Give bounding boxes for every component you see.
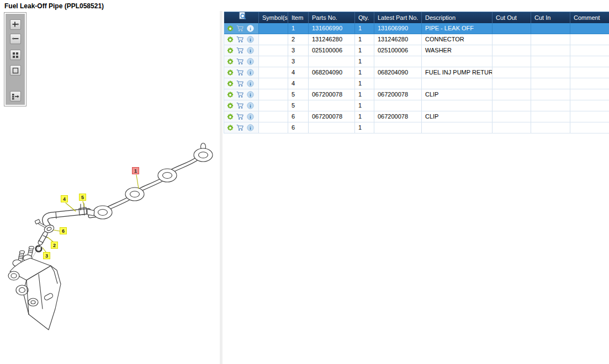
header-cut-in[interactable]: Cut In <box>531 12 570 23</box>
description-cell <box>421 78 492 89</box>
callout-item-5[interactable]: 5 <box>79 194 86 201</box>
gear-icon[interactable] <box>226 91 234 99</box>
symbols-cell <box>258 67 288 78</box>
info-icon[interactable]: i <box>246 113 254 121</box>
info-icon[interactable]: i <box>246 80 254 88</box>
cart-icon[interactable] <box>236 80 244 88</box>
row-actions: i <box>224 23 258 34</box>
header-symbols[interactable]: Symbol(s) <box>258 12 288 23</box>
cut-in-cell <box>531 67 570 78</box>
page-magnifier-icon[interactable] <box>238 12 247 23</box>
diagram-pane: 1 4 5 6 2 3 <box>0 11 220 364</box>
row-actions: i <box>224 89 258 100</box>
comment-cell <box>570 23 609 34</box>
info-icon[interactable]: i <box>246 47 254 55</box>
info-icon[interactable]: i <box>246 69 254 77</box>
latest-part-no-cell: 068204090 <box>374 67 421 78</box>
item-cell: 4 <box>288 78 308 89</box>
comment-cell <box>570 34 609 45</box>
parts-no-cell: 067200078 <box>308 111 354 122</box>
symbols-cell <box>258 89 288 100</box>
info-icon[interactable]: i <box>246 91 254 99</box>
table-row[interactable]: i 1 131606990 1 131606990 PIPE - LEAK OF… <box>224 23 609 34</box>
header-cut-out[interactable]: Cut Out <box>492 12 531 23</box>
qty-cell: 1 <box>354 23 374 34</box>
parts-no-cell: 131246280 <box>308 34 354 45</box>
callout-item-2[interactable]: 2 <box>51 242 58 249</box>
cut-in-cell <box>531 45 570 56</box>
symbols-cell <box>258 23 288 34</box>
header-description[interactable]: Description <box>421 12 492 23</box>
table-row[interactable]: i 6 1 <box>224 122 609 133</box>
parts-no-cell: 068204090 <box>308 67 354 78</box>
symbols-cell <box>258 78 288 89</box>
gear-icon[interactable] <box>226 80 234 88</box>
callout-item-4[interactable]: 4 <box>61 195 68 202</box>
latest-part-no-cell <box>374 100 421 111</box>
zoom-window-icon[interactable] <box>10 65 21 76</box>
callout-item-6[interactable]: 6 <box>60 227 67 234</box>
comment-cell <box>570 100 609 111</box>
parts-no-cell: 067200078 <box>308 89 354 100</box>
gear-icon[interactable] <box>226 102 234 110</box>
gear-icon[interactable] <box>226 69 234 77</box>
toggle-panel-icon[interactable] <box>10 91 21 101</box>
header-qty[interactable]: Qty. <box>354 12 374 23</box>
cut-out-cell <box>492 67 531 78</box>
cart-icon[interactable] <box>236 91 244 99</box>
callout-item-1[interactable]: 1 <box>132 167 139 174</box>
info-icon[interactable]: i <box>246 36 254 44</box>
header-selector <box>224 12 258 23</box>
cut-in-cell <box>531 78 570 89</box>
cart-icon[interactable] <box>236 102 244 110</box>
cart-icon[interactable] <box>236 58 244 66</box>
qty-cell: 1 <box>354 67 374 78</box>
gear-icon[interactable] <box>226 47 234 55</box>
cart-icon[interactable] <box>236 25 244 33</box>
table-row[interactable]: i 4 068204090 1 068204090 FUEL INJ PUMP … <box>224 67 609 78</box>
table-row[interactable]: i 5 067200078 1 067200078 CLIP <box>224 89 609 100</box>
gear-icon[interactable] <box>226 113 234 121</box>
qty-cell: 1 <box>354 89 374 100</box>
info-icon[interactable]: i <box>246 124 254 132</box>
gear-icon[interactable] <box>226 36 234 44</box>
tile-view-icon[interactable] <box>10 50 21 60</box>
table-row[interactable]: i 6 067200078 1 067200078 CLIP <box>224 111 609 122</box>
table-row[interactable]: i 2 131246280 1 131246280 CONNECTOR <box>224 34 609 45</box>
table-body: i 1 131606990 1 131606990 PIPE - LEAK OF… <box>224 23 609 133</box>
header-comment[interactable]: Comment <box>570 12 609 23</box>
table-row[interactable]: i 5 1 <box>224 100 609 111</box>
header-latest-part-no[interactable]: Latest Part No. <box>374 12 421 23</box>
cart-icon[interactable] <box>236 47 244 55</box>
header-item[interactable]: Item <box>288 12 308 23</box>
symbols-cell <box>258 45 288 56</box>
cart-icon[interactable] <box>236 124 244 132</box>
qty-cell: 1 <box>354 45 374 56</box>
cart-icon[interactable] <box>236 113 244 121</box>
cut-out-cell <box>492 111 531 122</box>
callout-item-3[interactable]: 3 <box>43 252 50 259</box>
gear-icon[interactable] <box>226 25 234 33</box>
table-row[interactable]: i 4 1 <box>224 78 609 89</box>
cart-icon[interactable] <box>236 36 244 44</box>
zoom-in-icon[interactable] <box>10 19 21 30</box>
cut-out-cell <box>492 56 531 67</box>
gear-icon[interactable] <box>226 58 234 66</box>
description-cell: WASHER <box>421 45 492 56</box>
parts-no-cell <box>308 100 354 111</box>
info-icon[interactable]: i <box>246 25 254 33</box>
table-row[interactable]: i 3 025100006 1 025100006 WASHER <box>224 45 609 56</box>
qty-cell: 1 <box>354 34 374 45</box>
info-icon[interactable]: i <box>246 58 254 66</box>
latest-part-no-cell: 131606990 <box>374 23 421 34</box>
cut-out-cell <box>492 45 531 56</box>
cut-out-cell <box>492 78 531 89</box>
info-icon[interactable]: i <box>246 102 254 110</box>
gear-icon[interactable] <box>226 124 234 132</box>
latest-part-no-cell: 025100006 <box>374 45 421 56</box>
cart-icon[interactable] <box>236 69 244 77</box>
zoom-out-icon[interactable] <box>10 34 21 44</box>
latest-part-no-cell: 131246280 <box>374 34 421 45</box>
header-parts-no[interactable]: Parts No. <box>308 12 354 23</box>
table-row[interactable]: i 3 1 <box>224 56 609 67</box>
